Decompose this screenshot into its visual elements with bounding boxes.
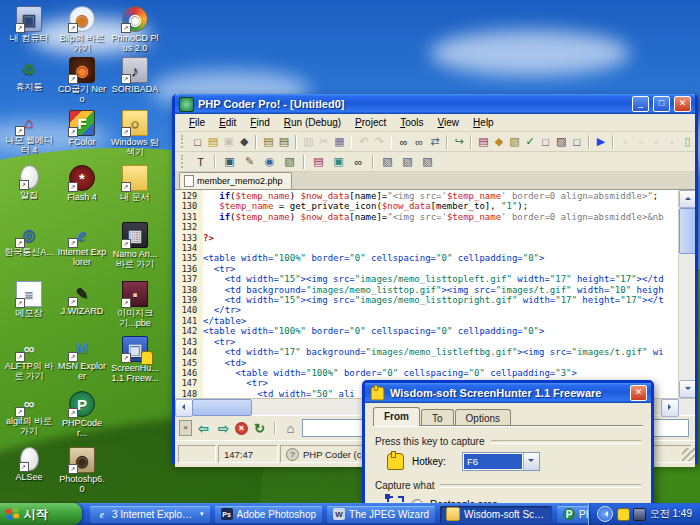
taskbar-button-folder[interactable]: Wisdom-soft Scre... (440, 506, 552, 523)
alftp-shortcut[interactable]: ∞ALFTP의 바로 가기 (4, 336, 54, 381)
export-button[interactable]: ▯ (680, 133, 695, 151)
taskbar-button-ie[interactable]: e3 Internet Explorer▾ (90, 506, 210, 523)
find-button[interactable]: ∞ (396, 133, 411, 151)
scroll-right-arrow[interactable] (661, 399, 679, 417)
new-file-button[interactable]: □ (190, 133, 205, 151)
taskbar-button-jpeg[interactable]: WThe JPEG Wizard (327, 506, 435, 523)
photoshop-6[interactable]: ◉Photoshp6.0 (57, 447, 107, 494)
tray-chevron-button[interactable] (597, 506, 613, 522)
page-edit-button[interactable]: ▧ (280, 153, 299, 171)
refresh-icon[interactable]: ↻ (251, 420, 268, 437)
help-book2-button[interactable]: ▤ (309, 153, 328, 171)
algif-shortcut[interactable]: ∞algif의 바로 가기 (4, 391, 54, 436)
dialog-tab-to[interactable]: To (421, 409, 454, 426)
line-number: 144 (175, 347, 203, 357)
replace-button[interactable]: ⇄ (427, 133, 442, 151)
tab-member-memo2[interactable]: member_memo2.php (179, 172, 292, 189)
deploy-button[interactable]: ◆ (492, 133, 507, 151)
taskbar-button-ps[interactable]: PsAdobe Photoshop (215, 506, 323, 523)
paste-button[interactable]: ▦ (332, 133, 347, 151)
minimize-button[interactable]: _ (632, 96, 649, 112)
dialog-tab-options[interactable]: Options (455, 409, 511, 426)
image-size-pbe[interactable]: ▪이미지크기...pbe (110, 281, 160, 328)
horizontal-scroll-thumb[interactable] (192, 399, 252, 416)
menu-find[interactable]: Find (244, 116, 275, 129)
fcolor[interactable]: FFColor (57, 110, 107, 147)
help-book-button[interactable]: ▤ (476, 133, 491, 151)
internet-explorer[interactable]: eInternet Explorer (57, 222, 107, 267)
snippet1-button[interactable]: ▧ (378, 153, 397, 171)
menu-view[interactable]: View (432, 116, 466, 129)
phpcoder-shortcut[interactable]: PPHPCoder... (57, 391, 107, 438)
vertical-scrollbar[interactable] (678, 190, 695, 398)
hanguk-tongsin[interactable]: ◎한국통신A... (4, 222, 54, 257)
eye-button[interactable]: ◉ (260, 153, 279, 171)
primocd-plus[interactable]: ◉PrimoCD Plus 2.0 (110, 6, 160, 53)
home-icon[interactable]: ⌂ (282, 420, 299, 437)
menu-help[interactable]: Help (467, 116, 500, 129)
windows-explorer[interactable]: ○Windows 탐색기 (110, 110, 160, 157)
taskbar-button-php[interactable]: PPHP Coder (557, 506, 588, 523)
namo-webeditor-4[interactable]: ⌂나모 웹에디터 4 (4, 110, 54, 155)
stop-icon[interactable] (235, 422, 248, 435)
package-button[interactable]: ◆ (237, 133, 252, 151)
save-folder-button[interactable]: ▤ (277, 133, 292, 151)
run-button[interactable]: ▶ (594, 133, 609, 151)
new-folder-button[interactable]: ▤ (261, 133, 276, 151)
jwizard[interactable]: ✎J.WIZARD (57, 281, 107, 316)
nero-cd-burn[interactable]: ◉CD굽기 Nero (57, 57, 107, 104)
vertical-scroll-thumb[interactable] (679, 208, 695, 254)
find-in-files-button[interactable]: ∞ (349, 153, 368, 171)
alsee[interactable]: ALSee (4, 447, 54, 482)
recycle-bin[interactable]: ♻휴지통 (4, 57, 54, 92)
panel-close-button[interactable] (179, 420, 192, 436)
dialog-close-button[interactable]: ✕ (630, 385, 647, 401)
preview-doc-button[interactable]: □ (538, 133, 553, 151)
bilp-shortcut[interactable]: ◉Bilp의 바로 가기 (57, 6, 107, 53)
msn-explorer[interactable]: MMSN Explorer (57, 336, 107, 381)
notepad[interactable]: ≡메모장 (4, 281, 54, 318)
open-file-button[interactable]: ▤ (206, 133, 221, 151)
namo-ani-shortcut-label: Namo An... 바로 가기 (110, 249, 160, 269)
hand-tray-icon[interactable] (617, 508, 630, 521)
dialog-tab-from[interactable]: From (373, 407, 420, 426)
code-editor[interactable]: 129 if($temp_name) $now_data[name]="<img… (175, 190, 695, 398)
menu-edit[interactable]: Edit (213, 116, 242, 129)
hand-edit-button[interactable]: ✎ (240, 153, 259, 171)
menu-project[interactable]: Project (349, 116, 392, 129)
hotkey-combobox[interactable]: F6 (462, 452, 540, 471)
back-icon[interactable]: ⇦ (195, 420, 212, 437)
goto-button[interactable]: ↪ (452, 133, 467, 151)
wizard-button[interactable]: T (191, 153, 210, 171)
image-tool-button[interactable]: ▣ (329, 153, 348, 171)
start-button[interactable]: 시작 (0, 503, 82, 525)
soribada[interactable]: ♪SORIBADA (110, 57, 160, 94)
my-computer-label: 내 컴퓨터 (4, 33, 54, 43)
scroll-up-arrow[interactable] (679, 190, 695, 208)
print-preview-button[interactable]: □ (569, 133, 584, 151)
syntax-check-button[interactable]: ✓ (523, 133, 538, 151)
display-tray-icon[interactable] (633, 508, 646, 521)
my-computer[interactable]: ▣내 컴퓨터 (4, 6, 54, 43)
menu-run[interactable]: Run (Debug) (278, 116, 347, 129)
maximize-button[interactable]: □ (653, 96, 670, 112)
close-button[interactable]: ✕ (674, 96, 691, 112)
resize-grip[interactable] (682, 448, 695, 461)
namo-ani-shortcut[interactable]: ▦Namo An... 바로 가기 (110, 222, 160, 269)
flash-4[interactable]: *Flash 4 (57, 165, 107, 202)
snippet2-button[interactable]: ▧ (398, 153, 417, 171)
screenhunter-shortcut[interactable]: ▣ScreenHu... 1.1 Freew... (110, 336, 160, 383)
scroll-down-arrow[interactable] (679, 380, 695, 398)
dropdown-arrow-icon[interactable] (523, 453, 539, 470)
properties-button[interactable]: ▨ (554, 133, 569, 151)
forward-icon[interactable]: ⇨ (215, 420, 232, 437)
monitor-button[interactable]: ▣ (220, 153, 239, 171)
scroll-left-arrow[interactable] (175, 399, 193, 417)
php-scripts-button[interactable]: ▧ (507, 133, 522, 151)
snippet3-button[interactable]: ▧ (418, 153, 437, 171)
find-next-button[interactable]: ∞ (412, 133, 427, 151)
menu-file[interactable]: File (183, 116, 211, 129)
menu-tools[interactable]: Tools (394, 116, 429, 129)
my-documents[interactable]: 내 문서 (110, 165, 160, 202)
alzip[interactable]: 알집 (4, 165, 54, 200)
